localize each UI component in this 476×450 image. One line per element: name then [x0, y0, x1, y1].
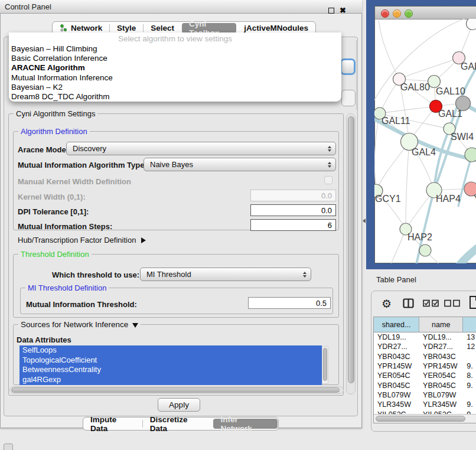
node-right-green[interactable] — [465, 148, 476, 162]
table-row[interactable]: YLR345WYLR345W9. — [374, 400, 476, 409]
network-tab-icon — [60, 24, 67, 32]
aracne-mode-label: Aracne Mode: — [18, 145, 69, 154]
table-body: YDL19...YDL19...13 YDR27...YDR27...12 YB… — [374, 332, 476, 414]
settings-hscrollbar[interactable] — [9, 386, 344, 394]
close-panel-icon[interactable]: ✖ — [340, 6, 346, 15]
combo-spinner-icon — [303, 272, 307, 278]
manual-kernel-checkbox[interactable] — [324, 176, 332, 184]
control-panel-title: Control Panel — [5, 2, 51, 11]
dpi-tolerance-field[interactable]: 0.0 — [250, 204, 336, 216]
svg-text:SWI4: SWI4 — [451, 132, 474, 142]
svg-text:HAP2: HAP2 — [407, 232, 432, 242]
attribute-item[interactable]: TopologicalCoefficient — [19, 356, 322, 366]
hidden-groupbox-edge — [356, 40, 357, 110]
tab-infer-network[interactable]: Infer Network — [213, 419, 278, 429]
sources-group-title[interactable]: Sources for Network Inference — [18, 320, 141, 329]
column-header-shared-name[interactable]: shared... — [374, 317, 419, 332]
float-panel-icon[interactable] — [328, 8, 334, 14]
table-header-row: shared... name — [374, 317, 476, 332]
hub-definition-expander[interactable]: Hub/Transcription Factor Definition — [18, 236, 146, 244]
dropdown-prompt: Select algorithm to view settings — [9, 32, 341, 44]
svg-text:HAP4: HAP4 — [436, 194, 461, 204]
threshold-definition-title: Threshold Definition — [18, 250, 92, 259]
hidden-combo-focus-ring — [340, 58, 356, 75]
which-threshold-combo[interactable]: MI Threshold — [140, 268, 311, 281]
svg-text:GAL1: GAL1 — [438, 109, 462, 119]
apply-button[interactable]: Apply — [158, 398, 200, 412]
algorithm-option[interactable]: Bayesian – Hill Climbing — [9, 44, 341, 54]
collapse-arrow-icon — [132, 323, 138, 328]
node-bottom-green[interactable] — [419, 244, 431, 256]
kernel-width-field[interactable]: 0.0 — [250, 190, 336, 201]
algorithm-option[interactable]: Dream8 DC_TDC Algorithm — [9, 92, 341, 102]
algorithm-option-selected[interactable]: ARACNE Algorithm — [9, 63, 341, 73]
mi-type-combo[interactable]: Naive Bayes — [144, 158, 336, 171]
tab-cyni-toolbox[interactable]: Cyni Toolbox — [182, 23, 236, 33]
screen: { "control_panel": { "title": "Control P… — [0, 0, 476, 450]
network-canvas[interactable]: GAL GAL80 GAL10 GAL1 GAL11 SWI4 GAL4 GCY… — [374, 19, 476, 263]
table-hscrollbar[interactable] — [374, 414, 476, 423]
table-panel-title: Table Panel — [376, 275, 416, 284]
deselect-all-columns-icon[interactable] — [444, 299, 461, 307]
mi-threshold-field[interactable]: 0.5 — [248, 297, 331, 309]
svg-text:GCY1: GCY1 — [375, 194, 401, 204]
node-unnamed-white[interactable] — [467, 19, 476, 30]
panel-resize-arrow[interactable] — [363, 219, 366, 223]
svg-text:GAL80: GAL80 — [400, 82, 430, 92]
settings-hscrollbar-thumb[interactable] — [11, 387, 340, 393]
table-row[interactable]: YDL19...YDL19...13 — [374, 332, 476, 342]
settings-scrollbar[interactable] — [346, 113, 356, 394]
select-all-columns-icon[interactable] — [423, 299, 439, 307]
attribute-item[interactable]: BetweennessCentrality — [19, 365, 322, 375]
attributes-scrollbar[interactable] — [322, 346, 328, 384]
table-row[interactable]: YBL079WYBL079W — [374, 390, 476, 400]
minimize-window-icon[interactable] — [393, 9, 401, 18]
algorithm-option[interactable]: Basic Correlation Inference — [9, 54, 341, 63]
column-header-name[interactable]: name — [419, 317, 463, 332]
tab-network-label: Network — [71, 24, 102, 32]
mi-threshold-label: Mutual Information Threshold: — [26, 300, 137, 309]
column-header-cut[interactable] — [463, 317, 476, 332]
table-row[interactable]: YIL052CYIL052C9. — [374, 409, 476, 414]
close-window-icon[interactable] — [381, 9, 389, 18]
table-settings-gear-icon[interactable]: ⚙ — [382, 297, 392, 311]
expander-arrow-icon — [141, 237, 146, 243]
algorithm-option[interactable]: Mutual Information Inference — [9, 73, 341, 83]
kernel-width-label: Kernel Width (0,1): — [18, 193, 86, 201]
node-table: shared... name YDL19...YDL19...13 YDR27.… — [373, 317, 476, 423]
zoom-window-icon[interactable] — [405, 9, 413, 18]
new-table-document-icon[interactable] — [469, 295, 476, 309]
svg-text:GAL11: GAL11 — [382, 116, 410, 126]
minimized-panel-icon[interactable] — [4, 444, 13, 450]
attribute-item[interactable]: SelfLoops — [19, 345, 322, 356]
table-row[interactable]: YBR043CYBR043C — [374, 352, 476, 361]
hidden-control-fragment — [341, 90, 356, 106]
manual-kernel-label: Manual Kernel Width Definition — [18, 177, 131, 186]
svg-text:GAL4: GAL4 — [412, 147, 436, 157]
tab-discretize-data[interactable]: Discretize Data — [143, 418, 213, 430]
svg-text:GAL: GAL — [461, 61, 476, 71]
mi-threshold-group-title: MI Threshold Definition — [25, 283, 109, 292]
table-row[interactable]: YDR27...YDR27...12 — [374, 342, 476, 351]
algorithm-option[interactable]: Bayesian – K2 — [9, 83, 341, 92]
table-row[interactable]: YPR145WYPR145W9. — [374, 361, 476, 371]
table-hscrollbar-thumb[interactable] — [376, 416, 465, 422]
attribute-item[interactable]: gal4RGexp — [19, 375, 322, 385]
svg-text:GAL10: GAL10 — [436, 86, 465, 96]
settings-scrollbar-thumb[interactable] — [348, 116, 354, 383]
mi-steps-field[interactable]: 6 — [250, 219, 336, 231]
tab-impute-data[interactable]: Impute Data — [83, 418, 142, 430]
cyni-bottom-tabbar: Impute Data Discretize Data Infer Networ… — [83, 417, 279, 431]
network-node-labels: GAL GAL80 GAL10 GAL1 GAL11 SWI4 GAL4 GCY… — [375, 61, 476, 242]
svg-text:Y: Y — [474, 194, 476, 204]
mi-type-label: Mutual Information Algorithm Type: — [18, 161, 147, 169]
aracne-mode-combo[interactable]: Discovery — [66, 142, 336, 155]
settings-group-title: Cyni Algorithm Settings — [14, 109, 97, 118]
table-row[interactable]: YER054CYER054C8. — [374, 371, 476, 380]
attributes-scrollbar-thumb[interactable] — [323, 348, 327, 381]
data-attributes-label: Data Attributes — [17, 335, 71, 344]
network-window-titlebar[interactable] — [374, 6, 476, 19]
table-row[interactable]: YBR045CYBR045C9. — [374, 380, 476, 390]
data-attributes-list[interactable]: SelfLoops TopologicalCoefficient Between… — [19, 345, 322, 385]
column-layout-icon[interactable] — [403, 298, 414, 309]
